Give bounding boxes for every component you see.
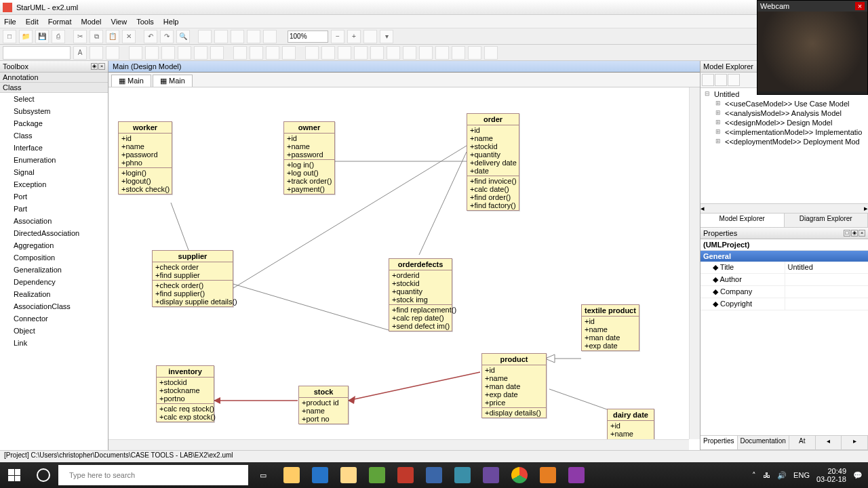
chrome-button[interactable] [506,462,533,488]
layout-4-button[interactable] [282,46,296,60]
align-1-button[interactable] [129,46,142,60]
tool-signal[interactable]: Signal [0,166,108,178]
property-group-general[interactable]: General [701,251,868,262]
sort-button[interactable] [702,74,714,86]
copy-button[interactable]: ⧉ [90,30,103,43]
grp-12-button[interactable] [484,46,498,60]
tab-at[interactable]: At [789,436,816,449]
start-button[interactable] [0,462,28,488]
layout-3-button[interactable] [266,46,279,60]
undo-button[interactable]: ↶ [144,30,157,43]
menu-tools[interactable]: Tools [136,18,154,26]
tab-main-2[interactable]: ▦ Main [153,75,193,87]
grp-1-button[interactable] [305,46,319,60]
diagram-canvas[interactable]: worker +id+name+password+phno +login()+l… [108,87,700,450]
canvas-scrollbar-vertical[interactable] [689,87,700,439]
fill-color-button[interactable] [90,46,103,60]
tool-associationclass[interactable]: AssociationClass [0,300,108,312]
edge-button[interactable] [307,462,334,488]
cut-button[interactable]: ✂ [73,30,87,43]
align-3-button[interactable] [161,46,175,60]
uml-class-owner[interactable]: owner +id+name+password +log in()+log ou… [283,121,335,195]
app-blue-button[interactable] [420,462,448,488]
delete-button[interactable]: ✕ [122,30,136,43]
tray-notifications-icon[interactable]: 💬 [853,471,863,480]
zoom-in-button[interactable]: + [347,30,361,43]
tool-select[interactable]: Select [0,93,108,105]
tool-realization[interactable]: Realization [0,288,108,300]
tool-directedassociation[interactable]: DirectedAssociation [0,227,108,239]
find-button[interactable]: 🔍 [176,30,190,43]
refresh-button[interactable] [728,74,740,86]
tool-subsystem[interactable]: Subsystem [0,105,108,117]
grp-7-button[interactable] [403,46,416,60]
line-color-button[interactable] [106,46,119,60]
menu-help[interactable]: Help [163,18,179,26]
filter-button[interactable] [715,74,727,86]
tab-model-explorer[interactable]: Model Explorer [701,214,785,227]
uml-class-textile-product[interactable]: textile product +id+name+man date+exp da… [581,304,639,351]
uml-class-stock[interactable]: stock +product id+name+port no [298,386,349,424]
uml-class-inventory[interactable]: inventory +stockid+stockname+portno +cal… [156,365,214,422]
tool-c-button[interactable] [231,30,244,43]
tab-properties[interactable]: Properties [701,436,738,449]
tab-nav-next[interactable]: ▸ [842,436,868,449]
zoom-out-button[interactable]: − [331,30,344,43]
pin-icon[interactable]: ◈ [851,230,858,237]
tool-d-button[interactable] [247,30,260,43]
search-input[interactable]: Type here to search [58,465,248,485]
file-explorer-button[interactable] [278,462,305,488]
tree-item[interactable]: <<analysisModel>> Analysis Model [702,108,867,118]
property-row[interactable]: ◆ TitleUntitled [701,262,868,274]
tool-aggregation[interactable]: Aggregation [0,239,108,251]
tool-class[interactable]: Class [0,129,108,142]
align-6-button[interactable] [210,46,224,60]
maximize-icon[interactable]: □ [844,230,850,237]
staruml-button[interactable] [563,462,590,488]
property-row[interactable]: ◆ Copyright [701,298,868,310]
folder-button[interactable] [335,462,362,488]
layout-1-button[interactable] [233,46,247,60]
close-icon[interactable]: × [859,230,865,237]
tool-object[interactable]: Object [0,325,108,337]
tool-exception[interactable]: Exception [0,178,108,190]
grp-8-button[interactable] [419,46,433,60]
tree-item[interactable]: <<useCaseModel>> Use Case Model [702,99,867,108]
tool-interface[interactable]: Interface [0,142,108,154]
tree-item[interactable]: <<implementationModel>> Implementatio [702,127,867,137]
toolbox-group-annotation[interactable]: Annotation [0,73,108,83]
tray-lang[interactable]: ENG [793,471,810,479]
zoom-select[interactable]: 100% [288,30,328,43]
uml-class-worker[interactable]: worker +id+name+password+phno +login()+l… [118,121,172,195]
tool-generalization[interactable]: Generalization [0,264,108,276]
align-5-button[interactable] [194,46,208,60]
grp-4-button[interactable] [354,46,368,60]
font-select[interactable] [3,46,71,60]
grp-11-button[interactable] [468,46,481,60]
zoom-fit-button[interactable] [363,30,377,43]
webcam-close-button[interactable]: × [855,2,865,10]
app-green-button[interactable] [363,462,391,488]
tool-composition[interactable]: Composition [0,251,108,264]
align-2-button[interactable] [145,46,159,60]
tool-e-button[interactable] [263,30,277,43]
paste-button[interactable]: 📋 [106,30,119,43]
tray-volume-icon[interactable]: 🔊 [777,471,787,480]
toolbox-group-class[interactable]: Class [0,83,108,93]
menu-file[interactable]: File [4,18,16,26]
tab-diagram-explorer[interactable]: Diagram Explorer [785,214,869,227]
tool-package[interactable]: Package [0,117,108,129]
canvas-scrollbar-horizontal[interactable] [108,439,689,450]
tree-item[interactable]: <<deploymentModel>> Deployment Mod [702,137,867,146]
tab-main-1[interactable]: ▦ Main [111,75,151,87]
cortana-button[interactable] [30,462,57,488]
explorer-hscroll[interactable]: ◂▸ [701,203,868,213]
menu-model[interactable]: Model [81,18,102,26]
tray-network-icon[interactable]: 🖧 [763,471,770,479]
uml-class-product[interactable]: product +id+name+man date+exp date+price… [481,353,547,418]
app-orange-button[interactable] [534,462,561,488]
grp-10-button[interactable] [452,46,465,60]
webcam-window[interactable]: Webcam × [757,0,868,95]
tool-a-button[interactable] [198,30,212,43]
tab-nav-prev[interactable]: ◂ [816,436,842,449]
